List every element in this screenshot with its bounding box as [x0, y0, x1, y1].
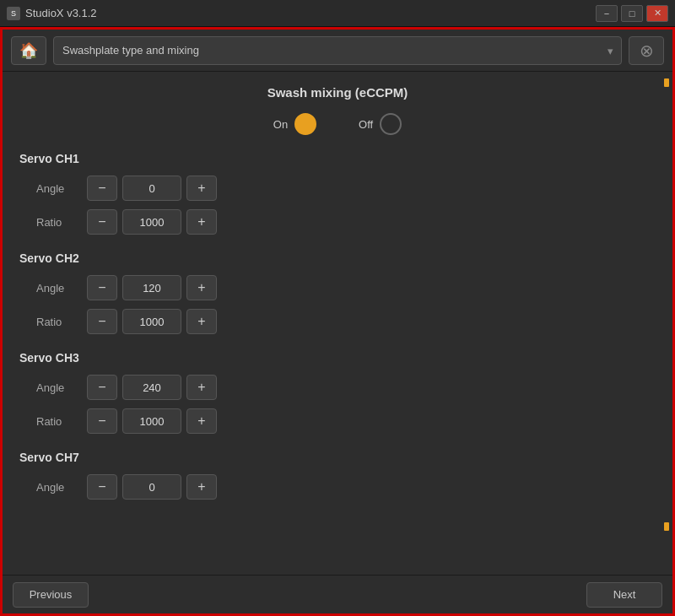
servo-ch2-angle-value: 120 [122, 275, 181, 300]
close-page-button[interactable]: ⊗ [629, 36, 664, 65]
app-icon: S [7, 7, 20, 20]
servo-ch1-angle-value: 0 [122, 176, 181, 201]
section-title: Swash mixing (eCCPM) [19, 85, 656, 100]
servo-ch7-angle-row: Angle − 0 + [19, 474, 656, 500]
close-circle-icon: ⊗ [640, 41, 654, 61]
toggle-on-item[interactable]: On [273, 113, 316, 135]
servo-ch1-ratio-plus[interactable]: + [186, 209, 217, 235]
servo-ch2-ratio-minus[interactable]: − [87, 309, 117, 334]
title-bar-left: S StudioX v3.1.2 [7, 7, 97, 20]
servo-ch1-ratio-value: 1000 [122, 209, 181, 235]
toolbar: 🏠 Swashplate type and mixing ▾ ⊗ [3, 30, 672, 72]
window-controls: − □ ✕ [596, 5, 668, 22]
servo-ch3-ratio-row: Ratio − 1000 + [19, 408, 656, 434]
home-icon: 🏠 [19, 41, 38, 60]
servo-ch3-angle-row: Angle − 240 + [19, 375, 656, 400]
servo-ch3-ratio-value: 1000 [122, 408, 181, 434]
servo-ch2-ratio-plus[interactable]: + [186, 309, 217, 334]
servo-ch2-block: Servo CH2 Angle − 120 + Ratio − 1000 + [19, 251, 656, 334]
servo-ch3-ratio-label: Ratio [36, 415, 87, 428]
servo-ch3-title: Servo CH3 [19, 351, 656, 365]
main-window: 🏠 Swashplate type and mixing ▾ ⊗ Swash m… [0, 27, 675, 616]
servo-ch7-title: Servo CH7 [19, 451, 656, 464]
servo-ch2-angle-plus[interactable]: + [186, 275, 217, 300]
servo-ch1-title: Servo CH1 [19, 152, 656, 165]
servo-ch7-block: Servo CH7 Angle − 0 + [19, 451, 656, 500]
app-title: StudioX v3.1.2 [25, 7, 97, 19]
servo-ch1-ratio-row: Ratio − 1000 + [19, 209, 656, 235]
servo-ch1-ratio-minus[interactable]: − [87, 209, 117, 235]
servo-ch3-angle-label: Angle [36, 381, 87, 394]
minimize-button[interactable]: − [596, 5, 618, 22]
servo-ch7-angle-minus[interactable]: − [87, 474, 117, 500]
next-button[interactable]: Next [586, 582, 662, 608]
servo-ch3-ratio-plus[interactable]: + [186, 408, 217, 434]
page-dropdown[interactable]: Swashplate type and mixing [53, 36, 622, 65]
servo-ch2-ratio-value: 1000 [122, 309, 181, 334]
servo-ch2-angle-row: Angle − 120 + [19, 275, 656, 300]
servo-ch3-angle-plus[interactable]: + [186, 375, 217, 400]
servo-ch3-block: Servo CH3 Angle − 240 + Ratio − 1000 + [19, 351, 656, 434]
servo-ch1-angle-minus[interactable]: − [87, 176, 117, 201]
servo-ch3-angle-minus[interactable]: − [87, 375, 117, 400]
servo-ch2-angle-minus[interactable]: − [87, 275, 117, 300]
toggle-on-label: On [273, 118, 288, 131]
servo-ch2-ratio-row: Ratio − 1000 + [19, 309, 656, 334]
bottom-bar: Previous Next [3, 575, 672, 613]
scroll-bottom-indicator [664, 522, 669, 531]
servo-ch1-angle-label: Angle [36, 182, 87, 195]
title-bar: S StudioX v3.1.2 − □ ✕ [0, 0, 675, 27]
toggle-off-circle[interactable] [380, 113, 402, 135]
servo-ch1-ratio-label: Ratio [36, 216, 87, 229]
scroll-top-indicator [664, 78, 669, 87]
servo-ch7-angle-plus[interactable]: + [186, 474, 217, 500]
servo-ch7-angle-value: 0 [122, 474, 181, 500]
toggle-off-item[interactable]: Off [359, 113, 402, 135]
servo-ch7-angle-label: Angle [36, 481, 87, 494]
close-button[interactable]: ✕ [646, 5, 668, 22]
servo-ch2-angle-label: Angle [36, 282, 87, 294]
toggle-row: On Off [19, 113, 656, 135]
servo-ch2-title: Servo CH2 [19, 251, 656, 265]
previous-button[interactable]: Previous [13, 582, 89, 608]
home-button[interactable]: 🏠 [11, 36, 46, 65]
toggle-on-circle[interactable] [294, 113, 316, 135]
servo-ch1-block: Servo CH1 Angle − 0 + Ratio − 1000 + [19, 152, 656, 235]
servo-ch1-angle-row: Angle − 0 + [19, 176, 656, 201]
content-area[interactable]: Swash mixing (eCCPM) On Off Servo CH1 An… [3, 72, 672, 575]
toggle-off-label: Off [359, 118, 373, 131]
servo-ch2-ratio-label: Ratio [36, 316, 87, 328]
maximize-button[interactable]: □ [621, 5, 643, 22]
servo-ch1-angle-plus[interactable]: + [186, 176, 217, 201]
servo-ch3-angle-value: 240 [122, 375, 181, 400]
servo-ch3-ratio-minus[interactable]: − [87, 408, 117, 434]
page-selector: Swashplate type and mixing ▾ [53, 36, 622, 65]
